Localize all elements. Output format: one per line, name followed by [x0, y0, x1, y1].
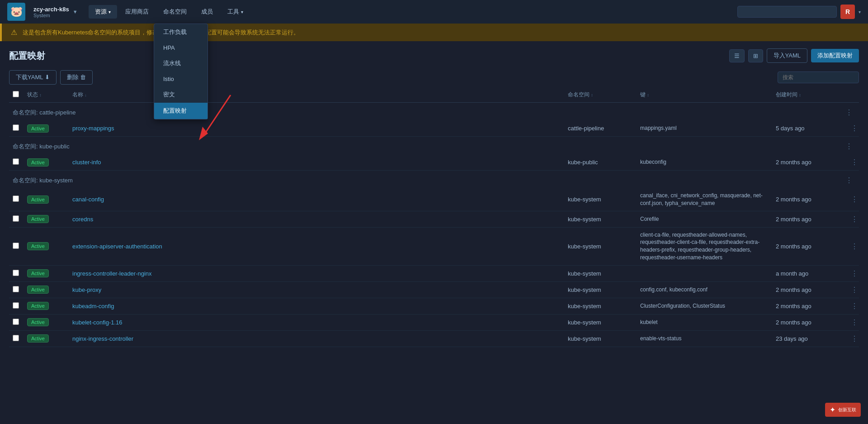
- nav-namespaces[interactable]: 命名空间: [157, 5, 193, 19]
- row-keys: kubeconfig: [637, 158, 772, 166]
- dropdown-item-istio[interactable]: Istio: [154, 71, 208, 86]
- row-checkbox-2-6[interactable]: [13, 319, 19, 325]
- col-header-name: 名称 ↓: [69, 91, 564, 99]
- list-view-button[interactable]: ☰: [729, 49, 745, 62]
- nav-tools[interactable]: 工具 ▾: [221, 5, 250, 19]
- row-namespace: kube-system: [564, 270, 637, 277]
- nav-right: R ▾: [737, 5, 861, 19]
- row-actions-menu[interactable]: ⋮: [848, 285, 861, 295]
- section-actions-0[interactable]: ⋮: [843, 107, 855, 118]
- row-name-link[interactable]: kubelet-config-1.16: [72, 319, 123, 326]
- add-configmap-button[interactable]: 添加配置映射: [811, 49, 859, 62]
- search-input[interactable]: [778, 71, 859, 83]
- row-name-link[interactable]: extension-apiserver-authentication: [72, 243, 162, 250]
- row-keys: ClusterConfiguration, ClusterStatus: [637, 302, 772, 310]
- row-keys: client-ca-file, requestheader-allowed-na…: [637, 231, 772, 262]
- warning-icon: ⚠: [11, 28, 17, 37]
- download-yaml-button[interactable]: 下载YAML ⬇: [9, 70, 57, 85]
- nav-appstore[interactable]: 应用商店: [119, 5, 155, 19]
- nav-resources-arrow: ▾: [108, 10, 111, 14]
- section-label-1: 命名空间: kube-public⋮: [9, 137, 859, 154]
- nav-appstore-label: 应用商店: [125, 8, 149, 16]
- row-created: a month ago: [772, 270, 844, 277]
- nav-resources[interactable]: 资源 ▾: [89, 5, 117, 19]
- col-header-namespace: 命名空间 ↕: [564, 91, 637, 99]
- nav-members[interactable]: 成员: [195, 5, 219, 19]
- sort-ns-icon[interactable]: ↕: [591, 93, 593, 97]
- delete-button[interactable]: 删除 🗑: [60, 70, 93, 85]
- global-search-input[interactable]: [737, 6, 837, 18]
- row-actions-menu[interactable]: ⋮: [848, 214, 861, 224]
- row-created: 2 months ago: [772, 286, 844, 293]
- sort-name-icon[interactable]: ↓: [85, 93, 87, 97]
- row-name-link[interactable]: proxy-mappings: [72, 125, 114, 132]
- row-actions-menu[interactable]: ⋮: [848, 157, 861, 167]
- table-row: Active coredns kube-system Corefile 2 mo…: [9, 211, 859, 228]
- status-badge: Active: [27, 269, 49, 277]
- row-checkbox-2-7[interactable]: [13, 335, 19, 341]
- row-actions-menu[interactable]: ⋮: [848, 318, 861, 327]
- row-created: 2 months ago: [772, 196, 844, 203]
- user-avatar[interactable]: R: [840, 5, 855, 19]
- avatar-dropdown-arrow[interactable]: ▾: [859, 10, 861, 14]
- row-name-link[interactable]: ingress-controller-leader-nginx: [72, 270, 152, 277]
- row-name-link[interactable]: cluster-info: [72, 159, 101, 166]
- status-badge: Active: [27, 318, 49, 326]
- row-keys: config.conf, kubeconfig.conf: [637, 286, 772, 294]
- select-all-checkbox[interactable]: [13, 91, 19, 97]
- dropdown-item-secret[interactable]: 密文: [154, 86, 208, 103]
- col-header-status: 状态 ↕: [24, 91, 69, 99]
- row-checkbox-2-5[interactable]: [13, 302, 19, 309]
- row-keys: canal_iface, cni_network_config, masquer…: [637, 192, 772, 207]
- dropdown-item-hpa[interactable]: HPA: [154, 40, 208, 55]
- status-badge: Active: [27, 286, 49, 294]
- toolbar: 下载YAML ⬇ 删除 🗑: [0, 67, 868, 87]
- watermark-logo: ✦: [830, 405, 835, 414]
- row-created: 2 months ago: [772, 243, 844, 250]
- cluster-dropdown-arrow[interactable]: ▼: [73, 9, 78, 14]
- row-created: 2 months ago: [772, 159, 844, 166]
- row-keys: kubelet: [637, 319, 772, 326]
- sort-keys-icon[interactable]: ↕: [647, 93, 649, 97]
- dropdown-item-configmap[interactable]: 配置映射: [154, 103, 208, 119]
- table-row: Active extension-apiserver-authenticatio…: [9, 228, 859, 266]
- status-badge: Active: [27, 195, 49, 204]
- section-label-2: 命名空间: kube-system⋮: [9, 171, 859, 188]
- nav-members-label: 成员: [201, 8, 213, 16]
- table-row: Active cluster-info kube-public kubeconf…: [9, 154, 859, 171]
- row-checkbox-0-0[interactable]: [13, 124, 19, 131]
- row-checkbox-2-3[interactable]: [13, 270, 19, 276]
- row-checkbox-2-0[interactable]: [13, 195, 19, 202]
- section-actions-1[interactable]: ⋮: [843, 141, 855, 152]
- dropdown-item-workload[interactable]: 工作负载: [154, 24, 208, 40]
- row-namespace: kube-public: [564, 159, 637, 166]
- row-checkbox-1-0[interactable]: [13, 158, 19, 165]
- dropdown-item-pipeline[interactable]: 流水线: [154, 55, 208, 71]
- warning-banner: ⚠ 这是包含所有Kubernetes命名空间的系统项目，修改当前项目中的资源配置…: [0, 24, 868, 41]
- row-checkbox-2-2[interactable]: [13, 243, 19, 249]
- row-name-link[interactable]: kube-proxy: [72, 286, 101, 293]
- row-name-link[interactable]: kubeadm-config: [72, 303, 114, 310]
- row-actions-menu[interactable]: ⋮: [848, 301, 861, 311]
- row-name-link[interactable]: nginx-ingress-controller: [72, 335, 133, 342]
- row-namespace: kube-system: [564, 286, 637, 293]
- nav-cluster-info[interactable]: zcy-arch-k8s System: [33, 6, 69, 18]
- row-name-link[interactable]: canal-config: [72, 196, 104, 203]
- row-actions-menu[interactable]: ⋮: [848, 334, 861, 343]
- cluster-sub: System: [33, 13, 69, 18]
- sort-created-icon[interactable]: ↕: [799, 93, 801, 97]
- row-checkbox-2-4[interactable]: [13, 286, 19, 292]
- import-yaml-button[interactable]: 导入YAML: [767, 48, 807, 63]
- row-actions-menu[interactable]: ⋮: [848, 195, 861, 204]
- row-namespace: kube-system: [564, 335, 637, 342]
- row-actions-menu[interactable]: ⋮: [848, 242, 861, 251]
- row-actions-menu[interactable]: ⋮: [848, 269, 861, 278]
- row-actions-menu[interactable]: ⋮: [848, 124, 861, 133]
- section-label-0: 命名空间: cattle-pipeline⋮: [9, 103, 859, 120]
- row-name-link[interactable]: coredns: [72, 216, 93, 223]
- table-container: 状态 ↕ 名称 ↓ 命名空间 ↕ 键 ↕ 创建时间 ↕ 命名空间: cattle…: [0, 87, 868, 347]
- section-actions-2[interactable]: ⋮: [843, 175, 855, 186]
- sort-status-icon[interactable]: ↕: [39, 93, 42, 97]
- row-checkbox-2-1[interactable]: [13, 215, 19, 222]
- grid-view-button[interactable]: ⊞: [748, 49, 763, 62]
